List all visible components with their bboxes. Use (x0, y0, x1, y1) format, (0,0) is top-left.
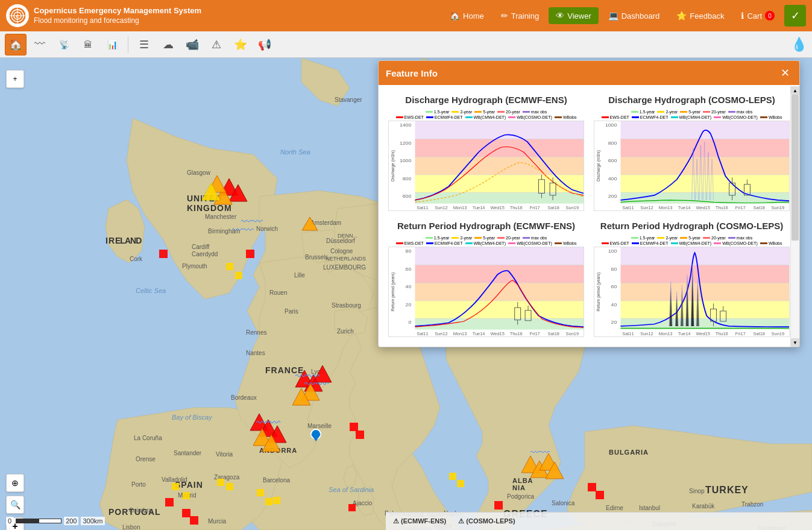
legend-item: ECMWF4-DET (426, 241, 463, 245)
legend-item: 1.5-year (631, 236, 655, 240)
legend-item: 20-year (703, 110, 726, 114)
gauge-tool-btn[interactable]: 📊 (101, 34, 123, 55)
svg-text:Sat18: Sat18 (754, 206, 765, 210)
nav-check-btn[interactable]: ✓ (784, 5, 806, 27)
cloud-tool-btn[interactable]: ☁ (157, 34, 179, 55)
camera-tool-btn[interactable]: 📹 (181, 34, 203, 55)
wave-tool-btn[interactable]: 〰 (29, 34, 51, 55)
svg-text:100: 100 (608, 248, 617, 254)
svg-text:60: 60 (406, 266, 412, 272)
svg-text:20: 20 (611, 320, 617, 326)
legend-item: max obs (523, 110, 547, 114)
droplet-icon: 💧 (791, 37, 807, 52)
chart-legend-1: 1.5-year 2-year 5-year 20-year max obs (426, 110, 547, 114)
svg-text:800: 800 (403, 175, 412, 181)
star-tool-btn[interactable]: ⭐ (230, 34, 251, 55)
svg-rect-145 (620, 247, 789, 265)
nav-logo: C Copernicus Emergency Management System… (6, 4, 201, 27)
warning-tool-btn[interactable]: ⚠ (206, 34, 227, 55)
feature-info-title: Feature Info (386, 68, 438, 78)
training-nav-icon: ✏ (501, 11, 508, 21)
chart-legend-3b: EWS-DET ECMWF4-DET WB(CMW4-DET) WB(COSMO… (396, 241, 577, 245)
legend-item: 5-year (680, 236, 700, 240)
legend-item: EWS-DET (602, 115, 629, 119)
logo-icon: C (6, 4, 29, 27)
svg-text:Tue14: Tue14 (473, 332, 485, 336)
antenna-tool-btn[interactable]: 📡 (53, 34, 75, 55)
svg-rect-116 (415, 247, 584, 265)
svg-text:Thu16: Thu16 (510, 206, 523, 210)
svg-text:400: 400 (608, 175, 617, 181)
legend-item: 20-year (497, 236, 520, 240)
scroll-down-btn[interactable]: ▼ (791, 338, 799, 347)
legend-item: WB(COSMO-DET) (508, 115, 552, 119)
zoom-region-btn[interactable]: + (6, 70, 24, 88)
chart-title-1: Discharge Hydrograph (ECMWF-ENS) (405, 95, 567, 105)
scale-segment-1 (16, 519, 39, 523)
svg-text:60: 60 (611, 284, 617, 290)
legend-item: WB(COSMO-DET) (714, 115, 758, 119)
svg-rect-119 (415, 301, 584, 319)
nav-links: 🏠 Home ✏ Training 👁 Viewer 💻 Dashboard ⭐… (442, 5, 806, 27)
chart-legend-3: 1.5-year 2-year 5-year 20-year max obs (426, 236, 547, 240)
scroll-up-btn[interactable]: ▲ (791, 86, 799, 95)
home-nav-btn[interactable]: 🏠 Home (442, 7, 491, 24)
viewer-nav-label: Viewer (567, 11, 591, 21)
svg-text:Thu16: Thu16 (510, 332, 523, 336)
training-nav-btn[interactable]: ✏ Training (494, 7, 546, 24)
cart-nav-btn[interactable]: ℹ Cart 0 (734, 7, 782, 24)
legend-item: WB(CMW4-DET) (465, 115, 506, 119)
feature-info-header: Feature Info ✕ (379, 61, 799, 85)
svg-text:Wed15: Wed15 (490, 206, 504, 210)
location-btn[interactable]: ⊕ (6, 474, 24, 492)
svg-text:600: 600 (403, 194, 412, 200)
chart-legend-1b: EWS-DET ECMWF4-DET WB(CMW4-DET) WB(COSMO… (396, 115, 577, 119)
map-background[interactable]: UNITEDKINGDOM IRELAND SPAIN PORTUGAL FRA… (0, 58, 812, 530)
scale-segment-2 (39, 519, 61, 523)
map-controls-left: + (6, 70, 24, 92)
home-tool-btn[interactable]: 🏠 (5, 34, 27, 55)
legend-item: 1.5-year (631, 110, 655, 114)
scale-bar: 0 200 300km (6, 517, 105, 525)
top-navbar: C Copernicus Emergency Management System… (0, 0, 812, 31)
svg-text:80: 80 (406, 248, 412, 254)
cart-nav-label: Cart (747, 11, 762, 21)
svg-text:20: 20 (406, 301, 412, 308)
legend-item: WB(COSMO-DET) (508, 241, 552, 245)
legend-item: WBobs (760, 241, 782, 245)
legend-item: 5-year (474, 110, 495, 114)
cart-nav-icon: ℹ (741, 11, 744, 21)
viewer-nav-icon: 👁 (556, 11, 564, 21)
svg-text:600: 600 (608, 158, 617, 164)
svg-text:Fri17: Fri17 (735, 206, 746, 210)
svg-text:1200: 1200 (400, 140, 412, 146)
search-map-btn[interactable]: 🔍 (6, 496, 24, 514)
viewer-nav-btn[interactable]: 👁 Viewer (549, 7, 599, 24)
svg-text:Discharge (m3/s): Discharge (m3/s) (596, 150, 600, 181)
svg-text:80: 80 (611, 266, 617, 272)
feature-info-close-btn[interactable]: ✕ (778, 66, 792, 80)
scroll-thumb[interactable] (792, 95, 799, 241)
svg-text:Sat11: Sat11 (417, 206, 428, 210)
svg-rect-57 (415, 121, 584, 139)
legend-item: EWS-DET (396, 115, 424, 119)
dashboard-nav-btn[interactable]: 💻 Dashboard (601, 7, 667, 24)
feedback-nav-btn[interactable]: ⭐ Feedback (669, 7, 731, 24)
svg-text:Sun19: Sun19 (566, 332, 579, 336)
legend-item: 1.5-year (426, 236, 450, 240)
svg-text:Wed15: Wed15 (490, 332, 504, 336)
chart-legend-2: 1.5-year 2-year 5-year 20-year max obs (631, 110, 753, 114)
app-title-block: Copernicus Emergency Management System F… (34, 6, 201, 25)
scale-0: 0 (6, 517, 13, 525)
building-tool-btn[interactable]: 🏛 (77, 34, 99, 55)
svg-text:Sat11: Sat11 (417, 332, 428, 336)
svg-text:Fri17: Fri17 (735, 332, 746, 336)
legend-item: ECMWF4-DET (632, 115, 669, 119)
megaphone-tool-btn[interactable]: 📢 (254, 34, 275, 55)
bottom-label-cosmo: ⚠ (COSMO-LEPS) (458, 517, 515, 525)
chart-section-4: Return Period Hydrograph (COSMO-LEPS) 1.… (594, 221, 790, 337)
map-area[interactable]: UNITEDKINGDOM IRELAND SPAIN PORTUGAL FRA… (0, 58, 812, 530)
svg-text:Sun19: Sun19 (772, 332, 785, 336)
lines-tool-btn[interactable]: ☰ (133, 34, 155, 55)
svg-text:Return period (years): Return period (years) (390, 273, 395, 311)
